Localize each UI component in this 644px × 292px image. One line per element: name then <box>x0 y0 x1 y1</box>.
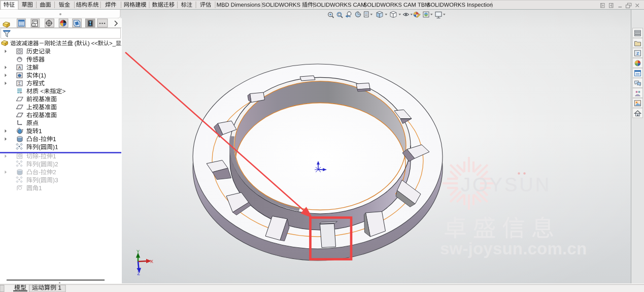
svg-text:sw-joysun.com.cn: sw-joysun.com.cn <box>440 239 587 258</box>
svg-text:JOYSUN: JOYSUN <box>461 174 551 196</box>
svg-text:A: A <box>18 65 21 70</box>
svg-text:Σ: Σ <box>18 81 21 86</box>
svg-text:Z: Z <box>636 51 639 56</box>
